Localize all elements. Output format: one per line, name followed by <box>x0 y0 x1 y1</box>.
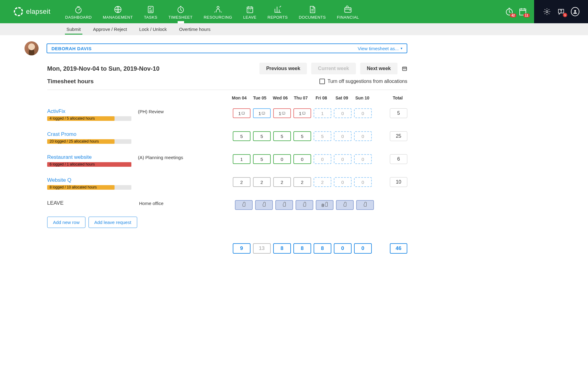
row-total: 25 <box>390 131 407 141</box>
hour-cell[interactable]: 0 <box>314 154 331 164</box>
day-total: 13 <box>253 243 271 254</box>
hour-cell[interactable]: 0 <box>354 154 372 164</box>
timer-badge: 42 <box>510 13 516 17</box>
day-totals-row: 91388800 46 <box>47 243 407 254</box>
nav-dashboard[interactable]: DASHBOARD <box>60 0 97 23</box>
hour-cell[interactable]: 0 <box>273 154 291 164</box>
timesheet-grid: Mon 04Tue 05Wed 06Thu 07Fri 08Sat 09Sun … <box>47 90 407 214</box>
next-week-button[interactable]: Next week <box>360 63 398 74</box>
project-link[interactable]: Crast Promo <box>47 131 138 137</box>
add-row-button[interactable]: Add new row <box>47 217 85 228</box>
leave-cell <box>275 200 293 210</box>
nav-documents[interactable]: DOCUMENTS <box>293 0 331 23</box>
progress-text: 4 logged / 5 allocated hours <box>50 116 95 121</box>
task-label: (PH) Review <box>138 108 232 114</box>
lock-icon <box>283 204 286 207</box>
progress-bar: 6 logged / 1 allocated hours <box>47 162 131 167</box>
hour-cell[interactable]: 1 <box>314 108 331 118</box>
hour-cell[interactable]: 5 <box>314 131 331 141</box>
logo-icon <box>14 7 23 16</box>
subnav-lock[interactable]: Lock / Unlock <box>138 24 168 35</box>
prev-week-button[interactable]: Previous week <box>259 63 307 74</box>
day-total: 0 <box>334 243 352 254</box>
hour-cell[interactable]: 0 <box>354 131 372 141</box>
subnav-approve[interactable]: Approve / Reject <box>92 24 129 35</box>
project-link[interactable]: ActivFix <box>47 108 138 114</box>
project-link[interactable]: Restaurant website <box>47 154 138 160</box>
svg-rect-5 <box>247 7 253 13</box>
hour-cell[interactable]: 2 <box>293 177 311 187</box>
user-row: DEBORAH DAVIS View timesheet as... <box>24 41 407 55</box>
add-leave-button[interactable]: Add leave request <box>89 217 137 228</box>
leave-cell <box>336 200 354 210</box>
calendar-badge-icon[interactable]: 11 <box>518 6 528 17</box>
svg-rect-15 <box>405 69 406 69</box>
subnav-overtime[interactable]: Overtime hours <box>178 24 212 35</box>
user-selector[interactable]: DEBORAH DAVIS View timesheet as... <box>47 43 407 53</box>
svg-point-10 <box>561 12 561 13</box>
timesheet-row: Restaurant website6 logged / 1 allocated… <box>47 148 407 171</box>
hour-cell[interactable]: 0 <box>334 154 352 164</box>
hour-cell[interactable]: 1 <box>253 108 271 118</box>
nav-reports[interactable]: REPORTS <box>262 0 293 23</box>
nav-management[interactable]: MANAGEMENT <box>97 0 138 23</box>
hour-cell[interactable]: 0 <box>334 177 352 187</box>
hour-cell[interactable]: 2 <box>273 177 291 187</box>
progress-text: 8 logged / 10 allocated hours <box>50 185 97 190</box>
leave-icon <box>246 5 254 14</box>
nav-timesheet[interactable]: TIMESHEET <box>163 0 198 23</box>
task-label <box>138 131 232 132</box>
view-as-dropdown[interactable]: View timesheet as... <box>358 46 402 51</box>
progress-bar: 20 logged / 25 allocated hours <box>47 139 131 144</box>
leave-cell <box>296 200 313 210</box>
profile-icon[interactable] <box>571 7 579 16</box>
hour-cell[interactable]: 1 <box>293 108 311 118</box>
nav-leave[interactable]: LEAVE <box>238 0 262 23</box>
user-name: DEBORAH DAVIS <box>51 46 92 51</box>
nav-financial[interactable]: FINANCIAL <box>331 0 364 23</box>
hour-cell[interactable]: 1 <box>273 108 291 118</box>
calendar-picker-icon[interactable] <box>402 66 407 71</box>
hour-cell[interactable]: 5 <box>293 131 311 141</box>
subnav-submit[interactable]: Submit <box>65 24 82 35</box>
help-chat-icon[interactable]: 1 <box>557 7 565 16</box>
timesheet-row: Crast Promo20 logged / 25 allocated hour… <box>47 125 407 148</box>
nav-tasks[interactable]: TASKS <box>138 0 163 23</box>
hour-cell[interactable]: 0 <box>334 108 352 118</box>
timer-badge-icon[interactable]: 42 <box>504 6 514 17</box>
checkbox-icon[interactable] <box>319 79 325 84</box>
current-week-button[interactable]: Current week <box>311 63 356 74</box>
hour-cell[interactable]: 2 <box>233 177 251 187</box>
svg-point-11 <box>574 10 576 12</box>
notification-icons: 42 11 <box>498 6 534 17</box>
hour-cell[interactable]: 2 <box>253 177 271 187</box>
day-header: Thu 07 <box>291 95 311 100</box>
hour-cell[interactable]: 0 <box>293 154 311 164</box>
date-range: Mon, 2019-Nov-04 to Sun, 2019-Nov-10 <box>47 65 160 72</box>
suggestions-toggle[interactable]: Turn off suggestions from allocations <box>319 79 407 84</box>
row-total: 10 <box>390 177 407 187</box>
hour-cell[interactable]: 0 <box>334 131 352 141</box>
task-label <box>138 177 232 178</box>
comment-icon <box>242 112 245 114</box>
day-total: 9 <box>233 243 251 254</box>
logo[interactable]: elapseit <box>0 0 60 23</box>
hour-cell[interactable]: 0 <box>354 177 372 187</box>
leave-cell <box>235 200 253 210</box>
hour-cell[interactable]: 1 <box>233 154 251 164</box>
lock-icon <box>263 204 266 207</box>
chat-badge: 1 <box>563 13 567 17</box>
hour-cell[interactable]: 0 <box>354 108 372 118</box>
project-link[interactable]: Website Q <box>47 177 138 183</box>
hour-cell[interactable]: 5 <box>253 154 271 164</box>
hour-cell[interactable]: 5 <box>273 131 291 141</box>
hour-cell[interactable]: 5 <box>233 131 251 141</box>
leave-row: LEAVE Home office 8 <box>47 194 407 214</box>
nav-resourcing[interactable]: RESOURCING <box>198 0 238 23</box>
settings-icon[interactable] <box>543 7 551 16</box>
hour-cell[interactable]: 5 <box>253 131 271 141</box>
user-avatar[interactable] <box>24 41 39 55</box>
hour-cell[interactable]: 1 <box>233 108 251 118</box>
day-header: Fri 08 <box>311 95 331 100</box>
hour-cell[interactable]: 2 <box>314 177 331 187</box>
